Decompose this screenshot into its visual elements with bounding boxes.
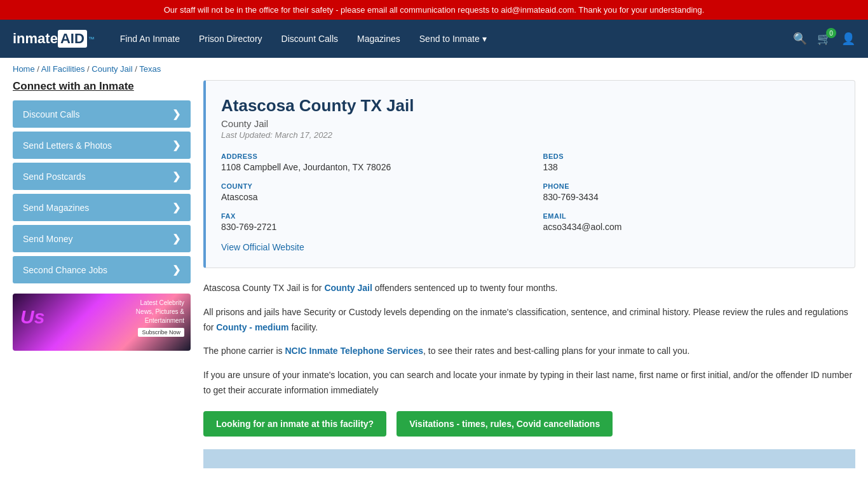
description-para2: All prisons and jails have Security or C… [203,305,855,336]
desc-p2-suffix: facility. [289,322,318,332]
sidebar-item-send-letters[interactable]: Send Letters & Photos ❯ [13,132,191,159]
nav-right-icons: 🔍 🛒 0 👤 [793,32,855,46]
ad-subscribe-button[interactable]: Subscribe Now [138,328,184,337]
county-jail-link[interactable]: County Jail [324,283,372,293]
chevron-right-icon: ❯ [172,233,180,245]
ncic-link[interactable]: NCIC Inmate Telephone Services [285,346,423,356]
logo[interactable]: inmateAID ™ [13,30,95,48]
description-para1: Atascosa County TX Jail is for County Ja… [203,281,855,296]
ad-line1: Latest Celebrity [136,299,184,308]
email-label: EMAIL [543,212,840,220]
fax-block: FAX 830-769-2721 [221,212,518,232]
chevron-right-icon: ❯ [172,108,180,120]
navbar: inmateAID ™ Find An Inmate Prison Direct… [0,20,868,58]
breadcrumb-all-facilities[interactable]: All Facilities [41,64,85,74]
chevron-right-icon: ❯ [172,170,180,182]
content-area: Atascosa County TX Jail County Jail Last… [203,80,855,468]
sidebar-item-second-chance[interactable]: Second Chance Jobs ❯ [13,256,191,283]
search-icon[interactable]: 🔍 [793,32,807,46]
ad-text-block: Latest Celebrity News, Pictures & Entert… [136,299,184,337]
ad-background: Us Latest Celebrity News, Pictures & Ent… [13,294,191,351]
logo-inmate-text: inmate [13,30,58,47]
sidebar-label-send-money: Send Money [23,234,73,244]
email-block: EMAIL acso3434@aol.com [543,212,840,232]
user-icon[interactable]: 👤 [841,32,855,46]
email-value: acso3434@aol.com [543,222,840,232]
county-block: COUNTY Atascosa [221,182,518,202]
description-area: Atascosa County TX Jail is for County Ja… [203,281,855,398]
sidebar-label-send-postcards: Send Postcards [23,172,86,182]
nav-find-inmate[interactable]: Find An Inmate [120,34,180,44]
breadcrumb: Home / All Facilities / County Jail / Te… [0,58,868,80]
sidebar-item-send-money[interactable]: Send Money ❯ [13,225,191,252]
beds-block: BEDS 138 [543,152,840,172]
phone-value: 830-769-3434 [543,192,840,202]
phone-block: PHONE 830-769-3434 [543,182,840,202]
nav-send-to-inmate[interactable]: Send to Inmate ▾ [419,34,487,44]
fax-label: FAX [221,212,518,220]
facility-type: County Jail [221,118,839,129]
logo-tm: ™ [88,36,95,43]
description-para3: The phone carrier is NCIC Inmate Telepho… [203,344,855,359]
beds-value: 138 [543,162,840,172]
nav-discount-calls[interactable]: Discount Calls [281,34,338,44]
cart-count-badge: 0 [826,28,836,38]
nav-links: Find An Inmate Prison Directory Discount… [120,34,793,44]
desc-p1-prefix: Atascosa County TX Jail is for [203,283,324,293]
cart-icon-wrapper[interactable]: 🛒 0 [817,32,831,46]
desc-p1-suffix: offenders sentenced up to twenty four mo… [372,283,558,293]
county-value: Atascosa [221,192,518,202]
address-label: ADDRESS [221,152,518,160]
facility-name: Atascosa County TX Jail [221,96,839,116]
chevron-right-icon: ❯ [172,201,180,214]
find-inmate-button[interactable]: Looking for an inmate at this facility? [203,411,386,437]
breadcrumb-home[interactable]: Home [13,64,35,74]
sidebar-title: Connect with an Inmate [13,80,191,93]
facility-last-updated: Last Updated: March 17, 2022 [221,130,839,140]
sidebar-label-discount-calls: Discount Calls [23,109,79,119]
description-para4: If you are unsure of your inmate's locat… [203,368,855,398]
main-layout: Connect with an Inmate Discount Calls ❯ … [0,80,868,481]
alert-text: Our staff will not be in the office for … [164,5,705,15]
ad-line2: News, Pictures & [136,308,184,316]
sidebar-advertisement[interactable]: Us Latest Celebrity News, Pictures & Ent… [13,294,191,351]
sidebar-label-send-letters: Send Letters & Photos [23,140,112,151]
address-block: ADDRESS 1108 Campbell Ave, Jourdanton, T… [221,152,518,172]
chevron-right-icon: ❯ [172,264,180,276]
logo-aid-text: AID [58,30,87,48]
visitations-button[interactable]: Visitations - times, rules, Covid cancel… [397,411,613,437]
county-label: COUNTY [221,182,518,190]
breadcrumb-county-jail[interactable]: County Jail [92,64,132,74]
sidebar: Connect with an Inmate Discount Calls ❯ … [13,80,191,468]
desc-p3-prefix: The phone carrier is [203,346,285,356]
sidebar-item-send-postcards[interactable]: Send Postcards ❯ [13,163,191,190]
address-value: 1108 Campbell Ave, Jourdanton, TX 78026 [221,162,518,172]
facility-card: Atascosa County TX Jail County Jail Last… [203,80,855,268]
sidebar-item-discount-calls[interactable]: Discount Calls ❯ [13,100,191,128]
fax-value: 830-769-2721 [221,222,518,232]
nav-prison-directory[interactable]: Prison Directory [199,34,262,44]
ad-us-logo: Us [20,306,44,328]
beds-label: BEDS [543,152,840,160]
facility-details-grid: ADDRESS 1108 Campbell Ave, Jourdanton, T… [221,152,839,232]
official-website-link[interactable]: View Official Website [221,242,839,252]
sidebar-label-second-chance: Second Chance Jobs [23,265,107,275]
nav-magazines[interactable]: Magazines [357,34,400,44]
action-buttons: Looking for an inmate at this facility? … [203,411,855,437]
county-medium-link[interactable]: County - medium [216,322,288,332]
desc-p3-suffix: , to see their rates and best-calling pl… [423,346,689,356]
phone-label: PHONE [543,182,840,190]
ad-line3: Entertainment [136,316,184,325]
sidebar-label-send-magazines: Send Magazines [23,203,89,213]
alert-banner: Our staff will not be in the office for … [0,0,868,20]
breadcrumb-texas[interactable]: Texas [139,64,161,74]
chevron-right-icon: ❯ [172,139,180,151]
bottom-bar [203,449,855,468]
sidebar-item-send-magazines[interactable]: Send Magazines ❯ [13,194,191,221]
